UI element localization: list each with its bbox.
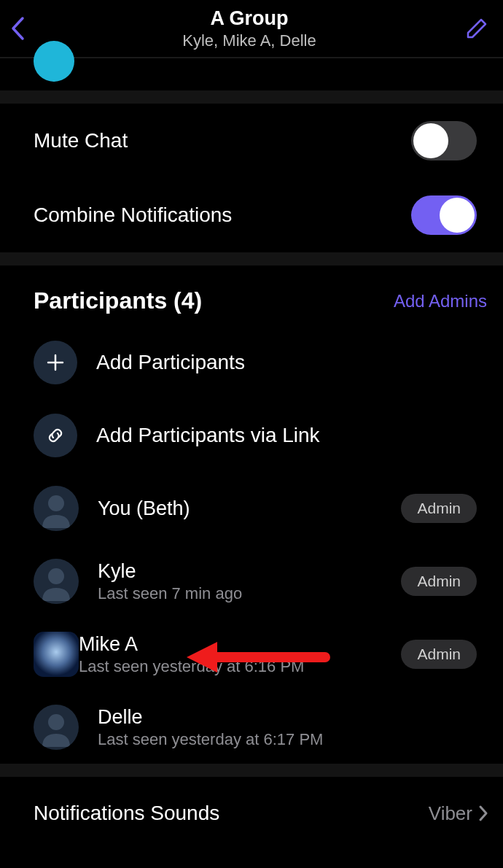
participants-header: Participants (4) Add Admins (0, 266, 503, 326)
participant-row-kyle[interactable]: Kyle Last seen 7 min ago Admin (0, 545, 503, 618)
participant-name: Kyle (98, 560, 401, 583)
admin-badge: Admin (401, 494, 477, 523)
participant-info: Kyle Last seen 7 min ago (98, 560, 401, 603)
participant-info: You (Beth) (98, 497, 401, 520)
person-icon (34, 559, 79, 604)
edit-button[interactable] (459, 14, 488, 43)
header-center: A Group Kyle, Mike A, Delle (39, 7, 459, 50)
participant-row-you[interactable]: You (Beth) Admin (0, 472, 503, 545)
chevron-left-icon (10, 16, 25, 41)
avatar (34, 486, 79, 531)
add-via-link-row[interactable]: Add Participants via Link (0, 399, 503, 472)
notification-sounds-value-wrap: Viber (429, 802, 488, 825)
section-divider (0, 764, 503, 777)
participant-name: You (Beth) (98, 497, 401, 520)
svg-point-2 (48, 714, 64, 730)
toggle-knob (440, 198, 475, 233)
admin-badge: Admin (401, 640, 477, 669)
participant-info: Mike A Last seen yesterday at 6:16 PM (79, 633, 401, 676)
participant-info: Delle Last seen yesterday at 6:17 PM (98, 706, 477, 749)
participant-status: Last seen yesterday at 6:16 PM (79, 657, 401, 676)
combine-notifications-toggle[interactable] (411, 195, 477, 235)
person-icon (34, 486, 79, 531)
add-admins-link[interactable]: Add Admins (394, 291, 487, 311)
section-divider (0, 252, 503, 266)
section-divider (0, 90, 503, 104)
toggle-knob (413, 123, 448, 158)
partial-avatar (34, 41, 74, 82)
admin-badge: Admin (401, 567, 477, 596)
mute-chat-row: Mute Chat (0, 104, 503, 178)
participant-name: Mike A (79, 633, 401, 656)
combine-notifications-row: Combine Notifications (0, 178, 503, 252)
participants-title: Participants (4) (34, 287, 202, 314)
mute-chat-toggle[interactable] (411, 121, 477, 160)
page-title: A Group (211, 7, 289, 30)
notification-sounds-label: Notifications Sounds (34, 802, 219, 825)
chevron-right-icon (478, 805, 488, 822)
plus-icon (34, 341, 77, 384)
svg-point-1 (48, 568, 64, 584)
link-icon (34, 414, 77, 457)
back-button[interactable] (10, 14, 39, 43)
partial-row (0, 58, 503, 90)
add-participants-row[interactable]: Add Participants (0, 326, 503, 399)
combine-notifications-label: Combine Notifications (34, 204, 232, 227)
svg-point-0 (48, 495, 64, 511)
notification-sounds-row[interactable]: Notifications Sounds Viber (0, 777, 503, 850)
header: A Group Kyle, Mike A, Delle (0, 0, 503, 57)
participant-row-delle[interactable]: Delle Last seen yesterday at 6:17 PM (0, 691, 503, 764)
page-subtitle: Kyle, Mike A, Delle (182, 31, 316, 50)
notification-sounds-value: Viber (429, 802, 472, 825)
avatar (34, 632, 79, 677)
avatar (34, 705, 79, 750)
pencil-icon (465, 17, 488, 40)
participant-status: Last seen 7 min ago (98, 584, 401, 603)
participant-row-mike-a[interactable]: Mike A Last seen yesterday at 6:16 PM Ad… (0, 618, 503, 691)
mute-chat-label: Mute Chat (34, 129, 128, 152)
avatar (34, 559, 79, 604)
participant-status: Last seen yesterday at 6:17 PM (98, 730, 477, 749)
participant-name: Delle (98, 706, 477, 729)
person-icon (34, 705, 79, 750)
add-via-link-label: Add Participants via Link (96, 424, 320, 447)
add-participants-label: Add Participants (96, 351, 245, 374)
